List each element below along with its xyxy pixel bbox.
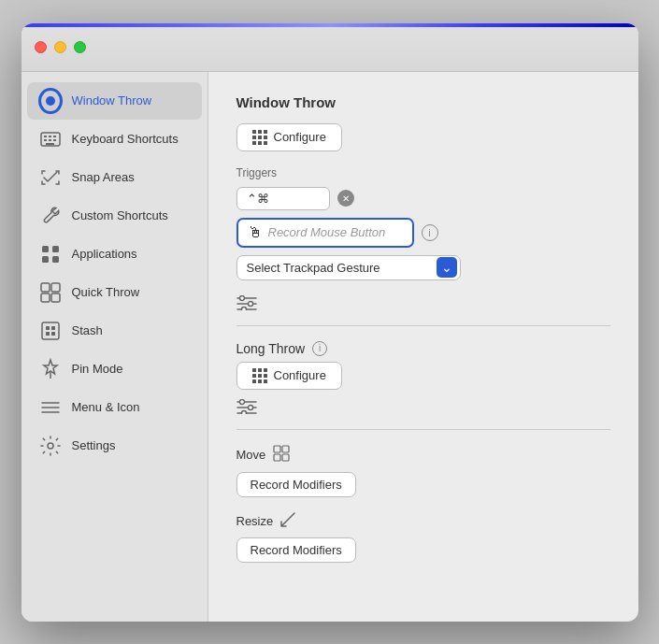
long-throw-info-icon[interactable]: i xyxy=(312,341,327,356)
record-modifiers-resize-label: Record Modifiers xyxy=(251,543,342,557)
shortcut-clear-button[interactable]: ✕ xyxy=(337,190,354,207)
active-circle-icon xyxy=(38,88,63,114)
grid-icon xyxy=(252,130,267,145)
sidebar-item-keyboard-shortcuts[interactable]: Keyboard Shortcuts xyxy=(27,121,202,158)
sidebar-item-stash[interactable]: Stash xyxy=(27,312,202,350)
configure-long-button[interactable]: Configure xyxy=(236,362,342,390)
svg-rect-10 xyxy=(42,256,49,263)
record-modifiers-move-button[interactable]: Record Modifiers xyxy=(236,472,356,497)
content-area: Window Throw Keyboard Shortcuts xyxy=(21,72,638,622)
svg-rect-40 xyxy=(274,454,280,461)
mouse-button-input[interactable]: 🖱 Record Mouse Button xyxy=(236,218,414,248)
settings-icon xyxy=(38,434,63,458)
svg-point-35 xyxy=(239,399,244,404)
svg-rect-38 xyxy=(274,446,280,452)
minimize-button[interactable] xyxy=(54,41,66,53)
sliders-icon[interactable] xyxy=(236,295,610,314)
configure-label: Configure xyxy=(274,130,326,144)
svg-point-30 xyxy=(248,301,252,306)
svg-rect-12 xyxy=(41,283,50,292)
sidebar-label-settings: Settings xyxy=(72,438,116,452)
sidebar-label-custom-shortcuts: Custom Shortcuts xyxy=(72,208,168,222)
sidebar-item-snap-areas[interactable]: Snap Areas xyxy=(27,159,202,196)
trackpad-gesture-select[interactable]: Select Trackpad Gesture xyxy=(236,255,461,280)
app-window: Window Throw Keyboard Shortcuts xyxy=(21,23,638,622)
svg-rect-19 xyxy=(46,332,50,336)
keyboard-shortcuts-icon xyxy=(38,127,63,151)
svg-rect-4 xyxy=(44,139,47,141)
traffic-lights xyxy=(35,41,86,53)
sidebar-item-window-throw[interactable]: Window Throw xyxy=(27,82,202,120)
sidebar-label-quick-throw: Quick Throw xyxy=(72,285,140,299)
long-throw-row: Long Throw i xyxy=(236,341,610,356)
sidebar-label-window-throw: Window Throw xyxy=(72,93,152,107)
sidebar-item-quick-throw[interactable]: Quick Throw xyxy=(27,274,202,311)
resize-label-row: Resize xyxy=(236,512,610,530)
svg-rect-7 xyxy=(46,143,54,145)
shortcut-trigger-row: ⌃⌘ ✕ xyxy=(236,187,610,210)
long-throw-title: Long Throw xyxy=(236,341,306,356)
configure-button[interactable]: Configure xyxy=(236,123,342,151)
svg-rect-8 xyxy=(42,246,49,252)
sidebar-label-stash: Stash xyxy=(72,323,103,337)
svg-point-37 xyxy=(241,410,246,414)
quick-throw-icon xyxy=(38,280,63,305)
move-text: Move xyxy=(236,448,266,462)
fullscreen-button[interactable] xyxy=(74,41,86,53)
menu-icon-icon xyxy=(38,395,63,420)
svg-rect-5 xyxy=(49,139,51,141)
sidebar: Window Throw Keyboard Shortcuts xyxy=(21,72,208,622)
custom-shortcuts-icon xyxy=(38,204,63,228)
sidebar-item-custom-shortcuts[interactable]: Custom Shortcuts xyxy=(27,197,202,235)
pin-mode-icon xyxy=(38,357,63,381)
move-label-row: Move xyxy=(236,445,610,465)
svg-point-29 xyxy=(239,295,244,300)
resize-text: Resize xyxy=(236,514,274,528)
svg-rect-16 xyxy=(42,322,59,339)
svg-point-36 xyxy=(248,405,252,409)
svg-rect-6 xyxy=(53,139,56,141)
divider-2 xyxy=(236,429,610,430)
sidebar-item-settings[interactable]: Settings xyxy=(27,427,202,465)
svg-rect-41 xyxy=(282,454,289,461)
triggers-label: Triggers xyxy=(236,166,610,179)
sidebar-label-snap-areas: Snap Areas xyxy=(72,170,135,184)
mouse-placeholder: Record Mouse Button xyxy=(268,225,386,239)
svg-rect-2 xyxy=(49,136,51,137)
svg-rect-3 xyxy=(53,136,56,137)
mouse-icon: 🖱 xyxy=(248,224,263,241)
titlebar xyxy=(21,23,638,72)
sidebar-item-menu-icon[interactable]: Menu & Icon xyxy=(27,389,202,426)
shortcut-badge[interactable]: ⌃⌘ xyxy=(236,187,330,210)
sliders-icon-2[interactable] xyxy=(236,399,610,418)
record-modifiers-resize-button[interactable]: Record Modifiers xyxy=(236,537,356,563)
close-button[interactable] xyxy=(35,41,47,53)
sidebar-item-pin-mode[interactable]: Pin Mode xyxy=(27,351,202,388)
applications-icon xyxy=(38,242,63,266)
svg-rect-9 xyxy=(52,246,59,252)
window-throw-title: Window Throw xyxy=(236,94,610,110)
svg-rect-17 xyxy=(46,326,50,330)
sidebar-item-applications[interactable]: Applications xyxy=(27,236,202,273)
mouse-button-trigger-row: 🖱 Record Mouse Button i xyxy=(236,218,610,248)
move-icon xyxy=(273,445,290,465)
main-content: Window Throw Configure Triggers ⌃⌘ ✕ 🖱 xyxy=(208,72,638,622)
sidebar-label-applications: Applications xyxy=(72,247,137,261)
record-modifiers-move-label: Record Modifiers xyxy=(251,478,342,492)
mouse-info-icon[interactable]: i xyxy=(422,224,438,241)
trackpad-select-wrapper: Select Trackpad Gesture xyxy=(236,255,461,280)
window-throw-icon xyxy=(38,89,63,113)
svg-rect-11 xyxy=(52,256,59,263)
svg-rect-20 xyxy=(51,332,55,336)
snap-areas-icon xyxy=(38,165,63,190)
configure-long-label: Configure xyxy=(274,368,326,382)
svg-rect-14 xyxy=(41,293,50,302)
shortcut-symbol: ⌃⌘ xyxy=(247,192,269,206)
titlebar-stripe xyxy=(21,23,638,27)
trackpad-gesture-wrapper: Select Trackpad Gesture xyxy=(236,255,610,288)
resize-icon xyxy=(280,512,295,530)
grid-icon-long xyxy=(252,368,267,383)
svg-rect-13 xyxy=(51,283,60,292)
svg-rect-18 xyxy=(51,326,55,330)
sidebar-label-menu-icon: Menu & Icon xyxy=(72,400,140,414)
